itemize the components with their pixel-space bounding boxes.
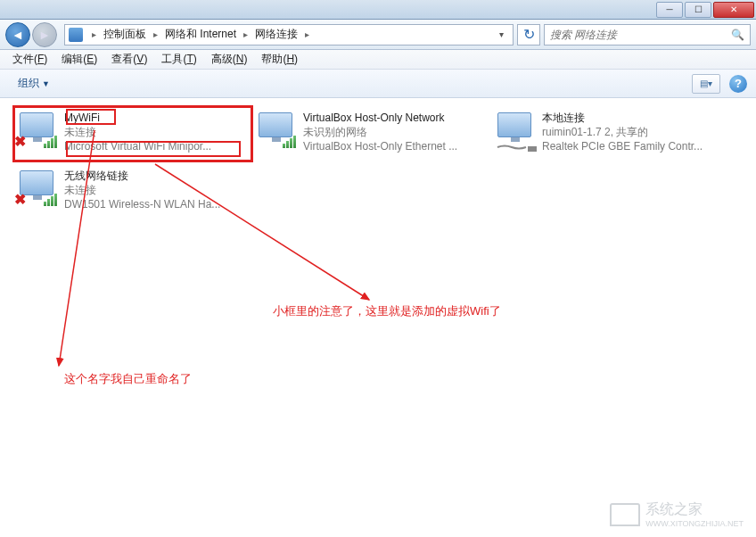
network-icon: ✖ [16,169,57,210]
menu-view[interactable]: 查看(V) [104,52,154,67]
connection-item-virtualbox[interactable]: VirtualBox Host-Only Network 未识别的网络 Virt… [251,107,476,158]
organize-button[interactable]: 组织▼ [9,73,59,94]
connection-name: 无线网络链接 [64,169,220,183]
close-button[interactable]: ✕ [713,2,754,18]
chevron-right-icon[interactable]: ▸ [150,29,161,39]
error-x-icon: ✖ [14,191,26,208]
location-icon [69,28,83,42]
view-button[interactable]: ▤▾ [692,74,720,94]
breadcrumb[interactable]: 网络和 Internet [161,27,240,42]
error-x-icon: ✖ [14,133,26,150]
annotation-text-2: 这个名字我自己重命名了 [64,371,192,387]
connection-name: 本地连接 [542,111,703,125]
refresh-button[interactable]: ↻ [517,24,540,45]
address-dropdown[interactable]: ▾ [494,29,509,39]
address-bar[interactable]: ▸ 控制面板 ▸ 网络和 Internet ▸ 网络连接 ▸ ▾ [64,24,514,45]
breadcrumb[interactable]: 网络连接 [251,27,301,42]
connection-name: VirtualBox Host-Only Network [303,111,457,125]
chevron-right-icon[interactable]: ▸ [240,29,251,39]
help-button[interactable]: ? [729,75,747,93]
maximize-button[interactable]: ☐ [685,2,711,18]
menu-file[interactable]: 文件(F) [5,52,54,67]
menu-help[interactable]: 帮助(H) [254,52,305,67]
connection-device: Microsoft Virtual WiFi Minipor... [64,139,211,153]
breadcrumb[interactable]: 控制面板 [100,27,150,42]
menu-bar: 文件(F) 编辑(E) 查看(V) 工具(T) 高级(N) 帮助(H) [0,50,756,70]
connection-status: 未识别的网络 [303,125,457,139]
toolbar: 组织▼ ▤▾ ? [0,70,756,98]
back-button[interactable]: ◄ [5,22,30,47]
connection-device: VirtualBox Host-Only Ethernet ... [303,139,457,153]
search-icon: 🔍 [731,29,744,41]
connection-device: Realtek PCIe GBE Family Contr... [542,139,703,153]
menu-tools[interactable]: 工具(T) [154,52,203,67]
search-box[interactable]: 🔍 [544,24,751,45]
network-icon [255,111,296,152]
connection-item-local[interactable]: 本地连接 ruimin01-1.7 2, 共享的 Realtek PCIe GB… [490,107,715,158]
watermark: 系统之家 WWW.XITONGZHIJIA.NET [610,500,744,528]
watermark-logo-icon [610,503,640,526]
navigation-bar: ◄ ► ▸ 控制面板 ▸ 网络和 Internet ▸ 网络连接 ▸ ▾ ↻ 🔍 [0,20,756,50]
connection-name: MyWiFi [64,111,211,125]
connection-item-mywifi[interactable]: ✖ MyWiFi 未连接 Microsoft Virtual WiFi Mini… [12,107,237,158]
chevron-right-icon[interactable]: ▸ [88,29,100,39]
network-icon: ✖ [16,111,57,152]
content-area: ✖ MyWiFi 未连接 Microsoft Virtual WiFi Mini… [0,98,756,224]
title-bar: ─ ☐ ✕ [0,0,756,20]
connection-status: 未连接 [64,125,211,139]
menu-advanced[interactable]: 高级(N) [204,52,255,67]
connection-item-wireless[interactable]: ✖ 无线网络链接 未连接 DW1501 Wireless-N WLAN Ha..… [12,165,237,216]
connection-status: ruimin01-1.7 2, 共享的 [542,125,703,139]
search-input[interactable] [550,29,731,41]
connection-status: 未连接 [64,183,220,197]
chevron-right-icon[interactable]: ▸ [301,29,313,39]
minimize-button[interactable]: ─ [656,2,683,18]
network-icon [494,111,535,152]
forward-button[interactable]: ► [32,22,57,47]
connection-device: DW1501 Wireless-N WLAN Ha... [64,197,220,211]
menu-edit[interactable]: 编辑(E) [54,52,104,67]
annotation-text-1: 小框里的注意了，这里就是添加的虚拟Wifi了 [273,303,501,319]
